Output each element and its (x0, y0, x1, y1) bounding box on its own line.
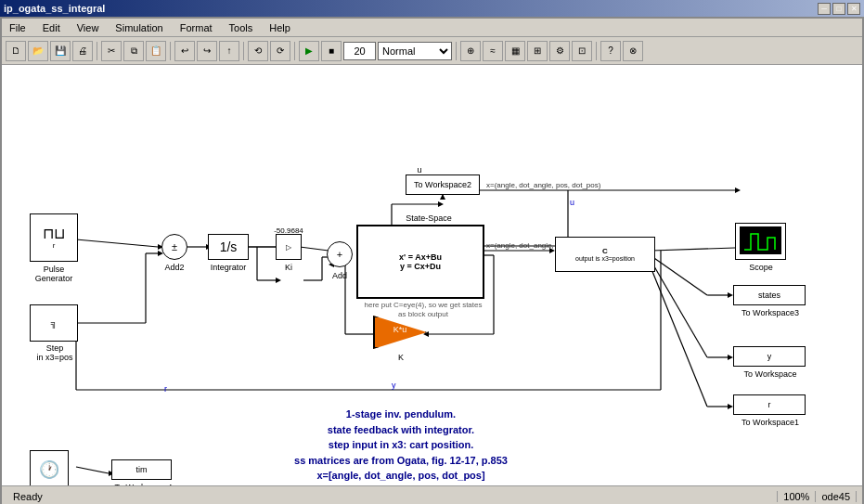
title-bar: ip_ogata_ss_integral ─ □ ✕ (0, 0, 864, 17)
k-label: K (392, 353, 410, 362)
model-button[interactable]: ▦ (505, 41, 525, 61)
toolbar: 🗋 📂 💾 🖨 ✂ ⧉ 📋 ↩ ↪ ↑ ⟲ ⟳ ▶ ■ 20 Normal Ac… (2, 37, 862, 65)
menu-edit[interactable]: Edit (39, 20, 64, 35)
config-button[interactable]: ⚙ (549, 41, 570, 61)
ku-label: K*u (386, 325, 414, 334)
prev-button[interactable]: ⟲ (248, 41, 268, 61)
save-button[interactable]: 💾 (50, 41, 71, 61)
svg-line-37 (651, 256, 707, 295)
separator4 (294, 42, 295, 60)
add2-label: Add2 (161, 263, 187, 272)
add-label: Add (327, 271, 353, 280)
mode-select[interactable]: Normal Accelerator (378, 42, 452, 60)
separator5 (456, 42, 457, 60)
separator6 (596, 42, 597, 60)
x-angle-label: x=(angle, dot_angle, pos, dot_pos) (486, 181, 600, 189)
pulse-generator-block[interactable]: ⊓⊔ r (30, 213, 78, 262)
to-workspace4-block[interactable]: tim (111, 459, 172, 480)
state-space-block[interactable]: x' = Ax+Bu y = Cx+Du (356, 225, 484, 299)
stop-button[interactable]: ■ (321, 41, 342, 61)
step-label: Stepin x3=pos (28, 343, 82, 362)
extra1-button[interactable]: ⊗ (623, 41, 643, 61)
svg-line-54 (76, 467, 109, 473)
status-solver: ode45 (816, 491, 857, 502)
status-ready: Ready (7, 491, 778, 502)
to-workspace1-label: To Workspace1 (735, 418, 806, 427)
up-button[interactable]: ↑ (219, 41, 239, 61)
run-button[interactable]: ▶ (299, 41, 319, 61)
zoom-fit-button[interactable]: ⊡ (572, 41, 592, 61)
step-block[interactable]: ╗ (30, 304, 78, 342)
svg-line-43 (651, 269, 707, 407)
svg-marker-32 (438, 201, 444, 207)
library-button[interactable]: ⊞ (527, 41, 548, 61)
scope-block[interactable] (735, 223, 786, 260)
add-block[interactable]: + (327, 241, 353, 267)
u-signal-label: u (410, 165, 429, 174)
to-workspace3-block[interactable]: states (733, 285, 806, 305)
redo-button[interactable]: ↪ (197, 41, 217, 61)
undo-button[interactable]: ↩ (174, 41, 195, 61)
open-button[interactable]: 📂 (28, 41, 48, 61)
u-main-label: u (570, 198, 574, 207)
clock-block[interactable]: 🕐 (30, 450, 69, 485)
separator2 (170, 42, 171, 60)
separator1 (97, 42, 97, 60)
window-title: ip_ogata_ss_integral (4, 3, 105, 14)
status-bar: Ready 100% ode45 (2, 485, 862, 504)
svg-line-35 (651, 248, 735, 251)
to-workspace3-label: To Workspace3 (735, 308, 806, 317)
next-button[interactable]: ⟳ (270, 41, 290, 61)
r-bottom-label: r (164, 384, 167, 394)
pulse-generator-label: PulseGenerator (27, 265, 81, 283)
svg-line-0 (76, 239, 158, 247)
add2-block[interactable]: ± (161, 234, 187, 260)
to-workspace4-label: To Workspace4 (113, 483, 174, 485)
c-output-block[interactable]: C output is x3=position (555, 237, 655, 272)
copy-button[interactable]: ⧉ (123, 41, 144, 61)
menu-bar: File Edit View Simulation Format Tools H… (2, 19, 862, 37)
menu-file[interactable]: File (6, 20, 30, 35)
paste-button[interactable]: 📋 (146, 41, 166, 61)
menu-view[interactable]: View (73, 20, 103, 35)
main-annotation: 1-stage inv. pendulum. state feedback wi… (248, 407, 554, 484)
svg-line-18 (300, 247, 329, 251)
scope-label: Scope (741, 263, 780, 272)
to-workspace-label: To Workspace (735, 369, 806, 379)
integrator-block[interactable]: 1/s (208, 234, 249, 260)
close-button[interactable]: ✕ (847, 3, 860, 15)
gain-value-label: -50.9684 (266, 226, 311, 235)
svg-line-40 (651, 262, 707, 357)
to-workspace1-block[interactable]: r (733, 394, 806, 415)
y-bottom-label: y (392, 381, 396, 390)
help2-button[interactable]: ? (600, 41, 621, 61)
to-workspace2-block[interactable]: To Workspace2 (406, 174, 480, 195)
status-zoom: 100% (778, 491, 816, 502)
maximize-button[interactable]: □ (832, 3, 845, 15)
ki-gain-block[interactable]: ▷ (276, 234, 302, 260)
diagram-canvas[interactable]: ⊓⊔ r PulseGenerator ╗ Stepin x3=pos 🕐 Cl… (2, 65, 862, 485)
svg-marker-11 (276, 278, 281, 283)
separator3 (243, 42, 244, 60)
stop-time-input[interactable]: 20 (343, 42, 376, 60)
debug-button[interactable]: ⊕ (460, 41, 481, 61)
minimize-button[interactable]: ─ (818, 3, 831, 15)
menu-tools[interactable]: Tools (226, 20, 257, 35)
new-button[interactable]: 🗋 (6, 41, 26, 61)
state-space-label: State-Space (392, 213, 466, 223)
print-button[interactable]: 🖨 (72, 41, 93, 61)
menu-simulation[interactable]: Simulation (111, 20, 166, 35)
cut-button[interactable]: ✂ (101, 41, 122, 61)
signal-button[interactable]: ≈ (483, 41, 503, 61)
menu-help[interactable]: Help (265, 20, 294, 35)
menu-format[interactable]: Format (176, 20, 216, 35)
to-workspace-block[interactable]: y (733, 346, 806, 367)
ki-label: Ki (278, 263, 299, 272)
svg-marker-27 (735, 187, 741, 193)
main-window: File Edit View Simulation Format Tools H… (0, 17, 864, 504)
integrator-label: Integrator (204, 263, 252, 272)
